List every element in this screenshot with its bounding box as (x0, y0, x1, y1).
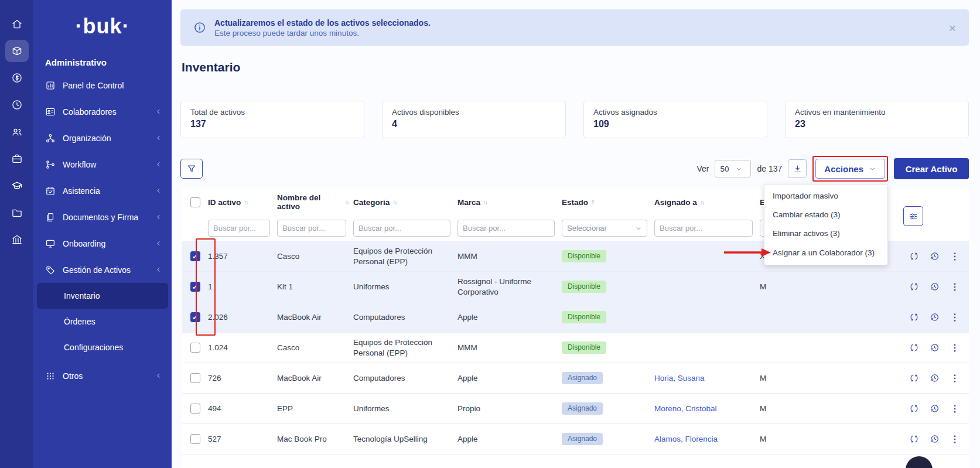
sidebar-item-asistencia[interactable]: Asistencia (33, 177, 172, 204)
acciones-dropdown-menu: Importador masivo Cambiar estado (3) Eli… (764, 184, 888, 265)
sync-icon[interactable] (909, 312, 919, 322)
estado-select-placeholder: Seleccionar (567, 224, 607, 233)
cell-nombre: MacBook Air (277, 312, 353, 323)
row-checkbox[interactable] (190, 343, 200, 353)
crear-activo-button[interactable]: Crear Activo (894, 158, 969, 179)
sort-icon[interactable]: ↑↓ (244, 199, 248, 206)
cell-id: 1.024 (208, 343, 277, 353)
sync-icon[interactable] (909, 373, 919, 383)
stat-card-mantenimiento: Activos en mantenimiento 23 (785, 101, 969, 138)
assigned-link[interactable]: Horia, Susana (654, 374, 705, 382)
rail-briefcase-icon[interactable] (5, 148, 29, 170)
column-header-id[interactable]: ID activo ↑↓ (208, 198, 277, 207)
kebab-menu-icon[interactable]: ⋮ (950, 404, 959, 414)
row-checkbox[interactable] (190, 373, 200, 383)
filter-button[interactable] (180, 159, 203, 179)
select-all-checkbox[interactable] (190, 197, 200, 207)
filter-nombre-input[interactable] (277, 220, 346, 237)
history-icon[interactable] (930, 282, 940, 292)
sidebar-item-panel-de-control[interactable]: Panel de Control (33, 72, 172, 98)
column-header-marca[interactable]: Marca ↑↓ (457, 198, 562, 207)
history-icon[interactable] (930, 404, 940, 414)
table-row: 726 MacBook Air Computadores Apple Asign… (182, 363, 969, 394)
column-header-asignado[interactable]: Asignado a ↑↓ (654, 198, 760, 207)
assigned-link[interactable]: Moreno, Cristobal (654, 404, 717, 413)
history-icon[interactable] (930, 251, 940, 261)
chevron-left-icon (155, 372, 162, 380)
menu-item-importador-masivo[interactable]: Importador masivo (764, 187, 887, 206)
sync-icon[interactable] (909, 404, 919, 414)
sync-icon[interactable] (909, 251, 919, 261)
sidebar-item-gestion-de-activos[interactable]: Gestión de Activos (33, 257, 172, 283)
sort-icon[interactable]: ↑↓ (345, 199, 349, 206)
acciones-button[interactable]: Acciones (815, 159, 885, 179)
sidebar-item-documentos-y-firma[interactable]: Documentos y Firma (33, 204, 172, 230)
cell-empresa: M (760, 282, 848, 292)
row-actions: ⋮ (848, 404, 969, 414)
kebab-menu-icon[interactable]: ⋮ (950, 374, 959, 383)
close-icon[interactable]: × (949, 22, 956, 34)
assigned-link[interactable]: Alamos, Florencia (654, 435, 718, 443)
rail-people-icon[interactable] (5, 121, 29, 143)
history-icon[interactable] (930, 373, 940, 383)
rail-time-icon[interactable] (5, 94, 29, 116)
grid-dots-icon (45, 371, 56, 381)
rail-folder-icon[interactable] (5, 201, 29, 224)
sync-icon[interactable] (909, 343, 919, 353)
sort-icon[interactable]: ↑↓ (483, 199, 487, 206)
rail-training-icon[interactable] (5, 175, 29, 197)
column-header-estado[interactable]: Estado ↑ (562, 198, 654, 207)
history-icon[interactable] (930, 343, 940, 353)
sort-asc-icon[interactable]: ↑ (591, 198, 595, 206)
filter-marca-input[interactable] (457, 220, 555, 237)
filter-categoria-input[interactable] (353, 220, 450, 237)
sidebar-subitem-inventario[interactable]: Inventario (37, 283, 168, 309)
sync-icon[interactable] (909, 282, 919, 292)
rail-company-icon[interactable] (5, 228, 29, 251)
menu-item-asignar-colaborador[interactable]: Asignar a un Colaborador (3) (764, 244, 887, 262)
column-settings-button[interactable] (903, 206, 923, 226)
sidebar-item-workflow[interactable]: Workflow (33, 151, 172, 177)
row-checkbox[interactable] (190, 312, 200, 322)
filter-asignado-input[interactable] (654, 220, 753, 237)
column-header-nombre[interactable]: Nombre del activo ↑↓ (277, 193, 353, 211)
chevron-left-icon (155, 134, 162, 142)
history-icon[interactable] (930, 434, 940, 444)
status-badge: Asignado (562, 402, 603, 415)
sliders-icon (909, 211, 918, 221)
sidebar-item-onboarding[interactable]: Onboarding (33, 230, 172, 257)
row-checkbox[interactable] (190, 434, 200, 444)
filter-estado-select[interactable]: Seleccionar (562, 220, 647, 237)
rail-payroll-icon[interactable] (5, 67, 29, 89)
kebab-menu-icon[interactable]: ⋮ (950, 343, 959, 353)
cell-marca: Apple (457, 434, 562, 445)
rail-assets-icon[interactable] (5, 40, 29, 62)
sidebar-item-otros[interactable]: Otros (33, 363, 172, 389)
kebab-menu-icon[interactable]: ⋮ (950, 313, 959, 322)
chevron-left-icon (155, 187, 162, 194)
sidebar-subitem-ordenes[interactable]: Órdenes (37, 309, 168, 334)
row-checkbox[interactable] (190, 251, 200, 261)
row-checkbox[interactable] (190, 404, 200, 414)
page-size-select[interactable]: 50 (715, 160, 751, 177)
menu-item-cambiar-estado[interactable]: Cambiar estado (3) (764, 206, 887, 224)
row-checkbox[interactable] (190, 282, 200, 292)
history-icon[interactable] (930, 312, 940, 322)
sidebar-item-organizacion[interactable]: Organización (33, 125, 172, 151)
kebab-menu-icon[interactable]: ⋮ (950, 282, 959, 292)
status-badge: Asignado (562, 372, 603, 385)
filter-id-input[interactable] (208, 220, 270, 237)
stat-card-disponibles: Activos disponibles 4 (382, 101, 566, 138)
sync-icon[interactable] (909, 434, 919, 444)
rail-home-icon[interactable] (5, 13, 29, 35)
download-button[interactable] (788, 159, 807, 178)
sort-icon[interactable]: ↑↓ (392, 199, 397, 206)
cell-categoria: Equipos de Protección Personal (EPP) (353, 337, 457, 358)
kebab-menu-icon[interactable]: ⋮ (950, 435, 959, 444)
column-header-categoria[interactable]: Categoría ↑↓ (353, 198, 457, 207)
kebab-menu-icon[interactable]: ⋮ (950, 252, 959, 261)
sidebar-item-colaboradores[interactable]: Colaboradores (33, 98, 172, 125)
sidebar-subitem-configuraciones[interactable]: Configuraciones (37, 334, 168, 360)
menu-item-eliminar-activos[interactable]: Eliminar activos (3) (764, 224, 887, 243)
sort-icon[interactable]: ↑↓ (700, 199, 704, 206)
